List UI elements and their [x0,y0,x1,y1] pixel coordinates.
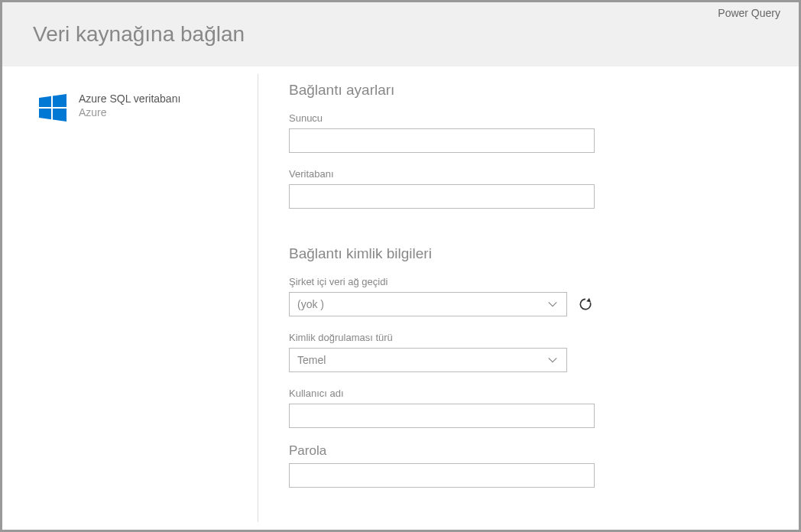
refresh-button[interactable] [576,295,595,313]
gateway-select-value: (yok ) [297,298,324,310]
svg-marker-4 [586,298,591,303]
database-label: Veritabanı [289,168,768,180]
page-title: Veri kaynağına bağlan [33,22,245,47]
auth-type-select-value: Temel [297,354,326,366]
svg-marker-3 [53,109,66,122]
password-input[interactable] [289,463,595,488]
gateway-field: Şirket içi veri ağ geçidi (yok ) [289,276,768,316]
source-text: Azure SQL veritabanı Azure [79,92,180,118]
windows-icon [39,94,66,122]
auth-type-field: Kimlik doğrulaması türü Temel [289,332,768,372]
source-title: Azure SQL veritabanı [79,92,180,105]
main-panel: Bağlantı ayarları Sunucu Veritabanı Bağl… [258,66,799,530]
connection-settings-title: Bağlantı ayarları [289,82,768,99]
gateway-label: Şirket içi veri ağ geçidi [289,276,768,287]
auth-type-select[interactable]: Temel [289,348,567,372]
svg-marker-2 [39,109,51,119]
database-field: Veritabanı [289,168,768,209]
content: Azure SQL veritabanı Azure Bağlantı ayar… [2,66,799,530]
data-source-item[interactable]: Azure SQL veritabanı Azure [39,92,242,122]
username-input[interactable] [289,404,595,428]
database-input[interactable] [289,184,595,209]
password-field: Parola [289,443,768,488]
username-field: Kullanıcı adı [289,388,768,428]
username-label: Kullanıcı adı [289,388,768,399]
auth-type-label: Kimlik doğrulaması türü [289,332,768,343]
gateway-select[interactable]: (yok ) [289,292,567,316]
sidebar: Azure SQL veritabanı Azure [2,74,258,522]
server-input[interactable] [289,128,595,153]
source-subtitle: Azure [79,106,180,118]
header: Power Query Veri kaynağına bağlan [2,2,799,66]
chevron-down-icon [546,298,559,310]
svg-marker-1 [53,94,66,107]
svg-marker-0 [39,96,51,107]
brand-label: Power Query [718,7,780,19]
credentials-title: Bağlantı kimlik bilgileri [289,245,768,262]
chevron-down-icon [546,354,559,366]
server-field: Sunucu [289,112,768,153]
password-label: Parola [289,443,768,459]
server-label: Sunucu [289,112,768,124]
